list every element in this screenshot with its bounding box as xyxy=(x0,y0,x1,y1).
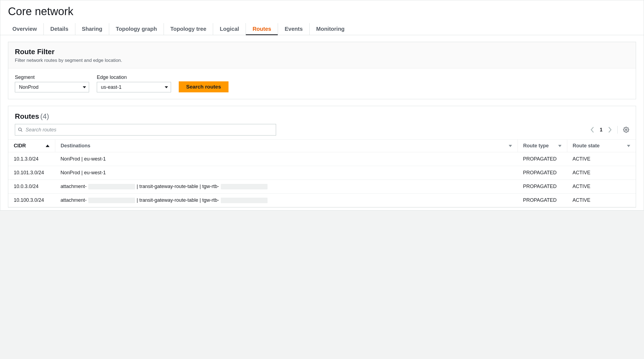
cell-route-type: PROPAGATED xyxy=(518,180,567,194)
tab-details[interactable]: Details xyxy=(43,23,75,35)
table-row: 10.1.3.0/24NonProd | eu-west-1PROPAGATED… xyxy=(8,152,636,166)
routes-title: Routes xyxy=(15,112,39,120)
col-destinations[interactable]: Destinations xyxy=(55,140,518,152)
tab-overview[interactable]: Overview xyxy=(8,23,43,35)
edge-location-field: Edge location us-east-1 xyxy=(97,74,171,92)
prev-page-button[interactable] xyxy=(590,127,594,133)
divider xyxy=(617,126,618,134)
routes-count: (4) xyxy=(40,112,49,120)
tab-events[interactable]: Events xyxy=(278,23,309,35)
col-route-type[interactable]: Route type xyxy=(518,140,567,152)
filter-icon xyxy=(509,145,512,147)
col-destinations-label: Destinations xyxy=(61,143,90,149)
cell-route-type: PROPAGATED xyxy=(518,194,567,207)
page-title: Core network xyxy=(0,0,644,18)
route-filter-panel: Route Filter Filter network routes by se… xyxy=(8,42,636,99)
destination-text: | transit-gateway-route-table | tgw-rtb- xyxy=(137,197,219,203)
svg-point-2 xyxy=(625,129,627,131)
col-route-state[interactable]: Route state xyxy=(567,140,636,152)
destination-text: NonProd | eu-west-1 xyxy=(60,156,106,162)
current-page: 1 xyxy=(600,127,602,133)
cell-destinations: NonProd | eu-west-1 xyxy=(55,152,518,166)
segment-field: Segment NonProd xyxy=(15,74,89,92)
cell-cidr: 10.1.3.0/24 xyxy=(8,152,55,166)
cell-destinations: NonProd | eu-west-1 xyxy=(55,166,518,180)
settings-button[interactable] xyxy=(623,127,629,133)
routes-panel: Routes (4) 1 xyxy=(8,106,636,208)
col-route-type-label: Route type xyxy=(523,143,549,149)
edge-location-label: Edge location xyxy=(97,74,171,80)
destination-text: | transit-gateway-route-table | tgw-rtb- xyxy=(137,184,219,189)
route-filter-body: Segment NonProd Edge location us-east-1 … xyxy=(8,68,636,99)
chevron-right-icon xyxy=(608,127,612,133)
col-route-state-label: Route state xyxy=(573,143,600,149)
col-cidr[interactable]: CIDR xyxy=(8,140,55,152)
tab-topology-graph[interactable]: Topology graph xyxy=(109,23,164,35)
segment-label: Segment xyxy=(15,74,89,80)
search-routes-button[interactable]: Search routes xyxy=(179,81,229,92)
core-network-page: Core network OverviewDetailsSharingTopol… xyxy=(0,0,644,211)
cell-route-state: ACTIVE xyxy=(567,180,636,194)
cell-route-state: ACTIVE xyxy=(567,152,636,166)
cell-destinations: attachment- | transit-gateway-route-tabl… xyxy=(55,180,518,194)
cell-destinations: attachment- | transit-gateway-route-tabl… xyxy=(55,194,518,207)
gear-icon xyxy=(623,127,629,133)
cell-cidr: 10.100.3.0/24 xyxy=(8,194,55,207)
cell-route-type: PROPAGATED xyxy=(518,152,567,166)
redacted-segment xyxy=(88,198,135,203)
pagination: 1 xyxy=(590,126,629,134)
filter-icon xyxy=(627,145,630,147)
svg-point-0 xyxy=(18,128,21,131)
cell-route-type: PROPAGATED xyxy=(518,166,567,180)
routes-search-input[interactable] xyxy=(23,127,273,133)
route-filter-title: Route Filter xyxy=(15,48,629,56)
caret-down-icon xyxy=(165,86,168,88)
routes-header: Routes (4) xyxy=(8,106,636,124)
table-row: 10.0.3.0/24attachment- | transit-gateway… xyxy=(8,180,636,194)
tab-routes[interactable]: Routes xyxy=(246,23,278,35)
destination-text: attachment- xyxy=(60,197,87,203)
cell-route-state: ACTIVE xyxy=(567,166,636,180)
destination-text: NonProd | eu-west-1 xyxy=(60,170,106,176)
redacted-segment xyxy=(221,198,268,203)
svg-line-1 xyxy=(21,130,22,132)
caret-down-icon xyxy=(83,86,86,88)
chevron-left-icon xyxy=(590,127,594,133)
table-row: 10.101.3.0/24NonProd | eu-west-1PROPAGAT… xyxy=(8,166,636,180)
filter-icon xyxy=(558,145,562,147)
col-cidr-label: CIDR xyxy=(14,143,26,149)
tab-logical[interactable]: Logical xyxy=(213,23,246,35)
tab-bar: OverviewDetailsSharingTopology graphTopo… xyxy=(0,18,644,35)
segment-select[interactable]: NonProd xyxy=(15,82,89,92)
edge-location-select[interactable]: us-east-1 xyxy=(97,82,171,92)
cell-cidr: 10.101.3.0/24 xyxy=(8,166,55,180)
tab-sharing[interactable]: Sharing xyxy=(75,23,109,35)
redacted-segment xyxy=(221,184,268,189)
segment-value: NonProd xyxy=(19,84,38,90)
tab-topology-tree[interactable]: Topology tree xyxy=(164,23,213,35)
table-row: 10.100.3.0/24attachment- | transit-gatew… xyxy=(8,194,636,207)
route-filter-header: Route Filter Filter network routes by se… xyxy=(8,42,636,68)
cell-cidr: 10.0.3.0/24 xyxy=(8,180,55,194)
routes-toolbar: 1 xyxy=(8,124,636,139)
route-filter-description: Filter network routes by segment and edg… xyxy=(15,58,629,63)
search-icon xyxy=(18,127,23,132)
sort-asc-icon xyxy=(46,145,49,147)
redacted-segment xyxy=(88,184,135,189)
edge-location-value: us-east-1 xyxy=(101,84,122,90)
tab-monitoring[interactable]: Monitoring xyxy=(309,23,351,35)
destination-text: attachment- xyxy=(60,184,87,189)
routes-table: CIDR Destinations Route type xyxy=(8,139,636,207)
next-page-button[interactable] xyxy=(608,127,612,133)
routes-search-wrap[interactable] xyxy=(15,124,276,136)
cell-route-state: ACTIVE xyxy=(567,194,636,207)
